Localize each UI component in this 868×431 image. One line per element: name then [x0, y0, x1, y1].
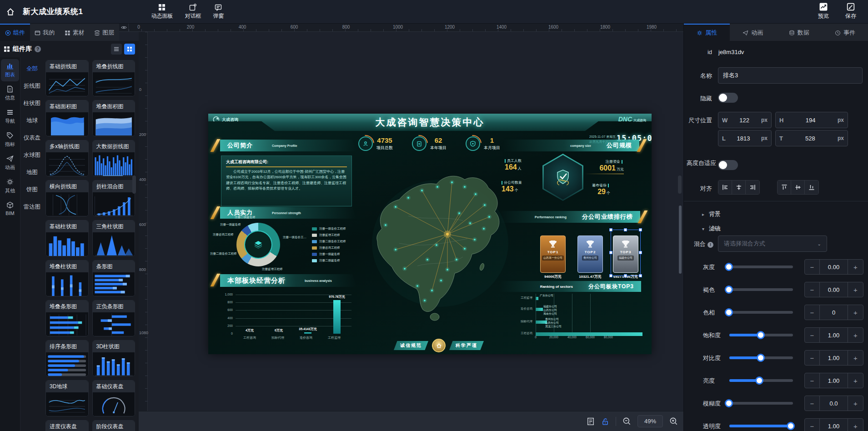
preview-button[interactable]: 预览 — [818, 3, 829, 20]
slider[interactable] — [729, 425, 793, 427]
rail-item-other[interactable]: 其他 — [1, 175, 19, 197]
tab-animation[interactable]: 动画 — [730, 24, 776, 41]
align-bottom-button[interactable] — [805, 180, 818, 194]
left-input[interactable]: L 1813 px — [718, 130, 772, 146]
component-card[interactable]: 基础面积图 — [45, 100, 89, 136]
component-card[interactable]: 横向折线图 — [45, 180, 89, 216]
china-map[interactable] — [354, 152, 508, 334]
top-input[interactable]: T 528 px — [775, 130, 848, 146]
rail-item-indicator[interactable]: 指标 — [1, 129, 19, 151]
increment-button[interactable]: + — [848, 305, 863, 320]
autoheight-toggle[interactable] — [718, 160, 738, 170]
component-card[interactable]: 三角柱状图 — [92, 220, 135, 256]
decrement-button[interactable]: − — [805, 373, 820, 388]
decrement-button[interactable]: − — [805, 305, 820, 320]
slider[interactable] — [729, 334, 793, 336]
decrement-button[interactable]: − — [805, 419, 820, 431]
background-section-header[interactable]: ▸ 背景 — [702, 210, 721, 218]
width-input[interactable]: W 122 px — [718, 112, 772, 128]
dashboard-artboard[interactable]: 大成咨询智慧决策中心 大成咨询 DNC大成咨询 2025-11-07 星期五 农… — [208, 114, 652, 354]
company-profile-panel[interactable]: 大成工程咨询有限公司: 公司成立于2003年12月，公司总部位于中国·郑州广汇国… — [221, 155, 352, 206]
ranking-banner[interactable]: Performance ranking 分公司业绩排行榜 — [499, 211, 640, 223]
decrement-button[interactable]: − — [805, 351, 820, 365]
footer-home-button[interactable] — [432, 339, 446, 352]
category-liquid[interactable]: 水球图 — [20, 146, 44, 164]
tab-mine[interactable]: 我的 — [30, 24, 60, 41]
slider[interactable] — [729, 266, 793, 268]
sectors-banner[interactable]: Ranking of sectors 分公司板块TOP3 — [499, 281, 641, 292]
slider[interactable] — [729, 311, 793, 314]
component-card[interactable]: 堆叠柱状图 — [45, 260, 89, 296]
dialog-button[interactable]: 对话框 — [185, 4, 201, 20]
tab-attributes[interactable]: 属性 — [684, 24, 730, 41]
slider[interactable] — [729, 379, 793, 382]
dynamic-panel-button[interactable]: 动态面板 — [151, 4, 173, 20]
resize-handle-sw[interactable] — [609, 274, 612, 277]
component-card[interactable]: 大数据折线图 — [92, 140, 135, 176]
category-bar[interactable]: 柱状图 — [20, 95, 44, 112]
zoom-level[interactable]: 49% — [637, 415, 663, 427]
tab-events[interactable]: 事件 — [822, 24, 868, 41]
align-center-button[interactable] — [732, 180, 746, 194]
footer-left-button[interactable]: 诚信规范 — [394, 341, 428, 350]
name-input[interactable] — [718, 67, 863, 84]
resize-handle-s[interactable] — [624, 274, 627, 277]
help-icon[interactable]: ? — [35, 46, 41, 52]
component-card[interactable]: 排序条形图 — [45, 340, 89, 376]
company-profile-banner[interactable]: 公司简介 Company Profile — [220, 140, 356, 151]
home-button[interactable] — [0, 0, 21, 24]
slider[interactable] — [729, 288, 793, 291]
design-canvas[interactable]: 0 200 400 600 800 1080 大成咨询智慧决策中心 大成咨询 D… — [119, 32, 683, 431]
stat-capital[interactable]: 注册资金 6001万元 — [585, 159, 624, 174]
category-globe[interactable]: 地球 — [20, 112, 44, 129]
rail-item-bim[interactable]: BIM — [1, 198, 19, 219]
component-card[interactable]: 基础折线图 — [45, 60, 89, 96]
component-card[interactable]: 堆叠面积图 — [92, 100, 135, 136]
stat-employees[interactable]: 员工人数 164人 — [505, 158, 522, 171]
component-card[interactable]: 3D柱状图 — [92, 340, 135, 376]
resize-handle-e[interactable] — [639, 251, 642, 254]
hide-toggle[interactable] — [718, 93, 738, 103]
category-all[interactable]: 全部 — [20, 60, 44, 77]
right-panel-collapse-handle[interactable] — [678, 175, 682, 194]
resize-handle-ne[interactable] — [639, 228, 642, 231]
slider[interactable] — [729, 402, 793, 405]
business-banner[interactable]: 本部板块经营分析 business analysis — [220, 274, 356, 287]
component-card[interactable]: 3D地球 — [45, 380, 89, 416]
zoom-in-icon[interactable] — [669, 417, 678, 426]
rail-item-info[interactable]: 信息 — [1, 82, 19, 105]
resize-handle-w[interactable] — [609, 251, 612, 254]
increment-button[interactable]: + — [848, 328, 863, 342]
align-left-button[interactable] — [718, 180, 732, 194]
component-card[interactable]: 条形图 — [92, 260, 135, 296]
increment-button[interactable]: + — [848, 282, 863, 297]
layer-list-icon[interactable] — [587, 417, 595, 426]
tab-data[interactable]: 数据 — [776, 24, 822, 41]
canvas-scrollbar[interactable] — [679, 205, 682, 274]
list-view-button[interactable] — [111, 44, 122, 55]
toggle-guides-eye[interactable] — [119, 24, 129, 32]
category-gauge[interactable]: 仪表盘 — [20, 129, 44, 146]
component-card[interactable]: 多x轴折线图 — [45, 140, 89, 176]
zoom-out-icon[interactable] — [622, 417, 631, 426]
rail-item-animation[interactable]: 动画 — [1, 152, 19, 174]
increment-button[interactable]: + — [848, 260, 863, 274]
top2-card[interactable]: TOP2 贵州分公司 — [577, 236, 603, 273]
align-middle-button[interactable] — [791, 180, 805, 194]
component-card[interactable]: 堆叠条形图 — [45, 300, 89, 336]
component-card[interactable]: 正负条形图 — [92, 300, 135, 336]
business-bar-chart[interactable]: 1,000 800 600 400 200 0 4万元 0万元 35.4143万… — [222, 290, 355, 345]
component-card[interactable]: 折柱混合图 — [92, 180, 135, 216]
tab-components[interactable]: 组件 — [0, 24, 30, 41]
grid-view-button[interactable] — [124, 44, 135, 55]
save-button[interactable]: 保存 — [845, 3, 856, 20]
align-right-button[interactable] — [746, 180, 759, 194]
company-size-banner[interactable]: company size 公司规模 — [503, 140, 639, 151]
selection-overlay[interactable] — [611, 230, 640, 276]
increment-button[interactable]: + — [848, 396, 863, 411]
resize-handle-se[interactable] — [639, 274, 642, 277]
top1-card[interactable]: TOP1 山西第一分公司 — [540, 236, 566, 273]
increment-button[interactable]: + — [848, 419, 863, 431]
rail-item-nav[interactable]: 导航 — [1, 105, 19, 128]
decrement-button[interactable]: − — [805, 282, 820, 297]
